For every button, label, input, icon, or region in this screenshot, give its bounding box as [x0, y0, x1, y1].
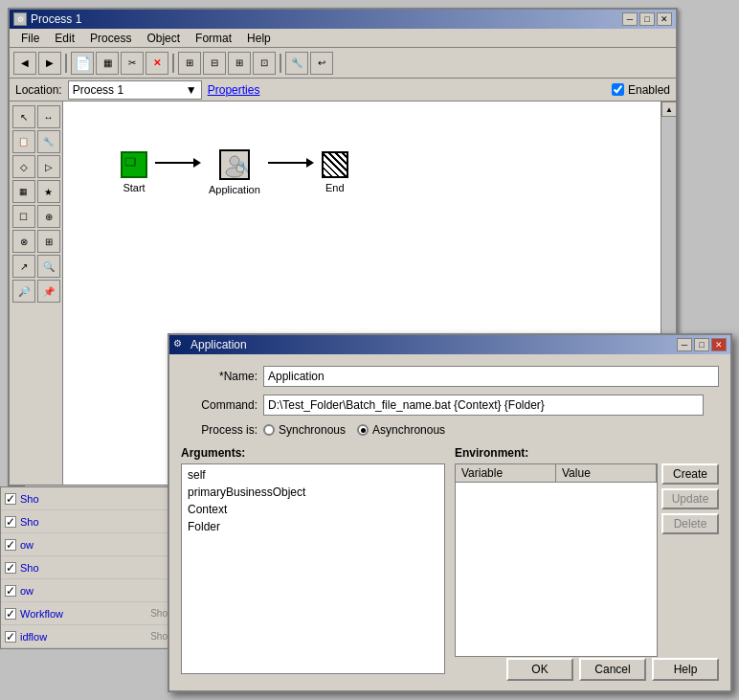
menu-file[interactable]: File — [13, 30, 47, 47]
lt-btn-13[interactable]: ↗ — [12, 255, 35, 278]
close-button[interactable]: ✕ — [657, 12, 672, 26]
tb-btn-9[interactable]: 🔧 — [285, 52, 308, 75]
lt-btn-14[interactable]: 🔍 — [37, 255, 60, 278]
panel-text-idflow: idflow — [20, 631, 47, 643]
checkbox-workflow[interactable]: ✓ — [5, 608, 16, 620]
arguments-panel: Arguments: self primaryBusinessObject Co… — [181, 446, 445, 657]
tb-btn-6[interactable]: ⊟ — [203, 52, 226, 75]
dialog-footer: OK Cancel Help — [506, 658, 719, 681]
lt-btn-3[interactable]: 📋 — [12, 130, 35, 153]
dialog-icon: ⚙ — [173, 338, 187, 351]
location-bar: Location: Process 1 ▼ Properties Enabled — [10, 79, 676, 102]
dialog-body: *Name: Command: Process is: Synchronous … — [169, 354, 730, 668]
lt-btn-7[interactable]: ▦ — [12, 180, 35, 203]
lt-btn-10[interactable]: ⊕ — [37, 205, 60, 228]
menu-help[interactable]: Help — [239, 30, 279, 47]
checkbox-4[interactable]: ✓ — [5, 562, 16, 574]
ok-button[interactable]: OK — [506, 658, 573, 681]
update-button[interactable]: Update — [661, 488, 719, 509]
arguments-list[interactable]: self primaryBusinessObject Context Folde… — [181, 463, 445, 674]
tb-btn-2[interactable]: ▦ — [96, 52, 119, 75]
lt-btn-4[interactable]: 🔧 — [37, 130, 60, 153]
name-label: *Name: — [181, 370, 258, 383]
lt-select-btn[interactable]: ↖ — [12, 105, 35, 128]
checkbox-7[interactable]: ✓ — [5, 631, 16, 643]
dialog-minimize-button[interactable]: ─ — [677, 338, 692, 351]
panel-text-2: Sho — [20, 516, 39, 528]
tb-btn-7[interactable]: ⊞ — [228, 52, 251, 75]
arg-folder[interactable]: Folder — [184, 518, 442, 535]
toolbar-separator-2 — [172, 54, 174, 73]
tb-btn-5[interactable]: ⊞ — [178, 52, 201, 75]
menu-process[interactable]: Process — [82, 30, 139, 47]
application-dialog: ⚙ Application ─ □ ✕ *Name: Command: Proc… — [168, 333, 732, 692]
name-input[interactable] — [263, 366, 719, 387]
panel-row-workflow: ✓ Workflow Sho — [1, 602, 171, 625]
background-panel: ✓ Sho ✓ Sho ✓ ow ✓ Sho ✓ ow ✓ Workflow S… — [0, 486, 172, 649]
dialog-close-button[interactable]: ✕ — [711, 338, 727, 351]
location-label: Location: — [15, 83, 62, 97]
end-node[interactable]: End — [322, 151, 348, 193]
checkbox-5[interactable]: ✓ — [5, 585, 16, 597]
lt-btn-15[interactable]: 🔎 — [12, 280, 35, 303]
checkbox-2[interactable]: ✓ — [5, 516, 16, 528]
menu-object[interactable]: Object — [139, 30, 188, 47]
tb-btn-10[interactable]: ↩ — [310, 52, 333, 75]
tb-btn-8[interactable]: ⊡ — [253, 52, 276, 75]
lt-btn-12[interactable]: ⊞ — [37, 230, 60, 253]
lt-btn-6[interactable]: ▷ — [37, 155, 60, 178]
application-node[interactable]: 🔧 Application — [209, 149, 260, 195]
forward-button[interactable]: ▶ — [38, 52, 61, 75]
col-variable: Variable — [456, 464, 556, 482]
title-bar-buttons: ─ □ ✕ — [622, 12, 672, 26]
dialog-title-left: ⚙ Application — [173, 338, 247, 351]
lt-btn-16[interactable]: 📌 — [37, 280, 60, 303]
lt-move-btn[interactable]: ↔ — [37, 105, 60, 128]
panel-text-4: Sho — [20, 562, 39, 574]
lt-btn-8[interactable]: ★ — [37, 180, 60, 203]
table-header: Variable Value — [456, 464, 657, 483]
two-panels: Arguments: self primaryBusinessObject Co… — [181, 446, 719, 657]
enabled-checkbox[interactable] — [612, 83, 624, 96]
lt-btn-5[interactable]: ◇ — [12, 155, 35, 178]
checkbox-1[interactable]: ✓ — [5, 493, 16, 505]
lt-btn-9[interactable]: ☐ — [12, 205, 35, 228]
menu-edit[interactable]: Edit — [47, 30, 82, 47]
tb-btn-3[interactable]: ✂ — [121, 52, 144, 75]
location-dropdown[interactable]: Process 1 ▼ — [68, 80, 202, 100]
help-button[interactable]: Help — [652, 658, 719, 681]
tb-btn-1[interactable]: 📄 — [71, 52, 94, 75]
arg-context[interactable]: Context — [184, 501, 442, 518]
app-icon: 🔧 — [219, 149, 250, 180]
radio-sync-label: Synchronous — [279, 423, 346, 437]
start-node[interactable]: Start — [121, 151, 147, 193]
radio-async-label: Asynchronous — [372, 423, 445, 437]
cancel-button[interactable]: Cancel — [579, 658, 646, 681]
minimize-button[interactable]: ─ — [622, 12, 638, 26]
radio-sync-btn[interactable] — [263, 424, 275, 436]
maximize-button[interactable]: □ — [639, 12, 655, 26]
delete-button[interactable]: Delete — [661, 513, 719, 534]
create-button[interactable]: Create — [661, 463, 719, 485]
name-row: *Name: — [181, 366, 719, 387]
lt-btn-11[interactable]: ⊗ — [12, 230, 35, 253]
menu-format[interactable]: Format — [188, 30, 239, 47]
arguments-header: Arguments: — [181, 446, 445, 460]
tb-btn-4[interactable]: ✕ — [146, 52, 168, 75]
arg-pbo[interactable]: primaryBusinessObject — [184, 484, 442, 501]
panel-text-sho6: Sho — [150, 608, 168, 619]
dialog-maximize-button[interactable]: □ — [694, 338, 709, 351]
radio-async-btn[interactable] — [357, 424, 369, 436]
arg-self[interactable]: self — [184, 466, 442, 484]
window-icon: ⚙ — [13, 12, 27, 26]
start-icon — [121, 151, 147, 178]
properties-link[interactable]: Properties — [208, 83, 260, 97]
panel-row-2: ✓ Sho — [1, 510, 171, 533]
checkbox-3[interactable]: ✓ — [5, 539, 16, 551]
scroll-up-button[interactable]: ▲ — [661, 102, 677, 117]
location-value: Process 1 — [73, 83, 123, 97]
env-buttons: Create Update Delete — [661, 463, 719, 657]
arrow-app-end — [268, 158, 314, 168]
command-input[interactable] — [263, 395, 704, 416]
back-button[interactable]: ◀ — [13, 52, 36, 75]
